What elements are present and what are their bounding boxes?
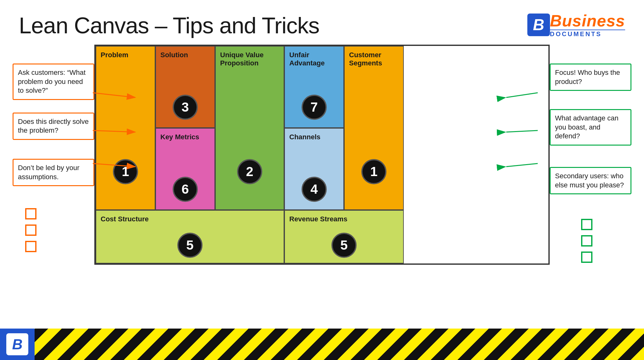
number-problem: 1 xyxy=(113,159,138,184)
page-title: Lean Canvas – Tips and Tricks xyxy=(19,13,319,38)
annotation-left-2: Does this directly solve the problem? xyxy=(13,113,94,140)
main-content: Ask customers: “What problem do you need… xyxy=(0,45,644,265)
checkbox-right-3[interactable] xyxy=(581,252,592,263)
footer-b-icon: B xyxy=(6,333,28,355)
cell-uvp: Unique Value Proposition 2 xyxy=(215,46,284,210)
logo-b-icon: B xyxy=(527,14,550,36)
canvas-container: Problem 1 Solution 3 Unique Value Propos… xyxy=(94,45,550,265)
checkbox-right-1[interactable] xyxy=(581,219,592,230)
checkbox-left-1[interactable] xyxy=(25,208,36,219)
number-customer: 1 xyxy=(361,159,386,184)
number-cost: 5 xyxy=(177,233,203,258)
cell-cost: Cost Structure 5 xyxy=(96,210,284,263)
checkbox-left-2[interactable] xyxy=(25,224,36,236)
footer-logo: B xyxy=(0,329,35,360)
logo-business: Business xyxy=(550,13,625,29)
cell-solution: Solution 3 xyxy=(155,46,215,128)
cell-unfair: Unfair Advantage 7 xyxy=(284,46,344,128)
number-solution: 3 xyxy=(173,95,198,120)
number-unfair: 7 xyxy=(302,95,327,120)
footer: B xyxy=(0,329,644,360)
footer-stripes xyxy=(35,329,644,360)
number-keymetrics: 6 xyxy=(173,177,198,202)
logo: B Business DOCUMENTS xyxy=(527,13,625,37)
annotation-right-3: Secondary users: who else must you pleas… xyxy=(550,167,631,194)
cell-customer: Customer Segments 1 xyxy=(344,46,404,210)
number-uvp: 2 xyxy=(237,159,262,184)
cell-problem: Problem 1 xyxy=(96,46,155,210)
annotation-left-3: Don’t be led by your assumptions. xyxy=(13,159,94,186)
logo-documents: DOCUMENTS xyxy=(550,30,625,37)
canvas-grid: Problem 1 Solution 3 Unique Value Propos… xyxy=(96,46,548,263)
cell-channels: Channels 4 xyxy=(284,128,344,210)
cell-keymetrics: Key Metrics 6 xyxy=(155,128,215,210)
annotation-right-2: What advantage can you boast, and defend… xyxy=(550,109,631,146)
logo-text: Business DOCUMENTS xyxy=(550,13,625,37)
annotation-right-1: Focus! Who buys the product? xyxy=(550,64,631,91)
checkbox-right-2[interactable] xyxy=(581,235,592,246)
right-annotations: Focus! Who buys the product? What advant… xyxy=(550,45,631,265)
annotation-left-1: Ask customers: “What problem do you need… xyxy=(13,64,94,100)
number-channels: 4 xyxy=(302,177,327,202)
number-revenue: 5 xyxy=(331,233,357,258)
cell-revenue: Revenue Streams 5 xyxy=(284,210,404,263)
checkbox-left-3[interactable] xyxy=(25,241,36,252)
header: Lean Canvas – Tips and Tricks B Business… xyxy=(0,0,644,45)
left-annotations: Ask customers: “What problem do you need… xyxy=(13,45,94,265)
